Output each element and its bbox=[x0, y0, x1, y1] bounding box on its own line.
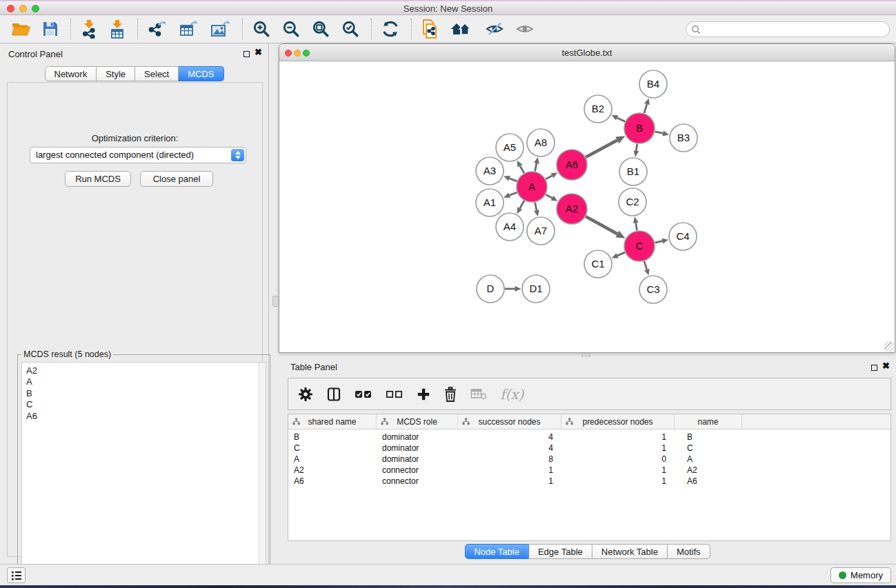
select-all-rows-button[interactable] bbox=[355, 389, 372, 399]
float-panel-icon[interactable] bbox=[243, 51, 250, 57]
open-session-button[interactable] bbox=[8, 17, 33, 41]
graph-node-C2[interactable]: C2 bbox=[619, 188, 646, 216]
tab-motifs[interactable]: Motifs bbox=[668, 544, 710, 559]
graph-node-A2[interactable]: A2 bbox=[557, 194, 587, 224]
graph-node-A4[interactable]: A4 bbox=[496, 213, 524, 241]
show-columns-button[interactable] bbox=[326, 387, 341, 402]
run-mcds-button[interactable]: Run MCDS bbox=[65, 171, 131, 187]
table-row[interactable]: A2connector11A2 bbox=[288, 465, 890, 476]
task-history-button[interactable] bbox=[7, 567, 26, 583]
graph-edge-A-A8[interactable] bbox=[535, 163, 537, 172]
graph-node-C3[interactable]: C3 bbox=[639, 276, 667, 303]
table-row[interactable]: Cdominator41C bbox=[288, 443, 890, 454]
close-table-panel-icon[interactable]: ✖ bbox=[882, 361, 890, 371]
zoom-fit-button[interactable] bbox=[309, 17, 332, 41]
column-header-shared-name[interactable]: shared name bbox=[288, 414, 377, 429]
graph-node-B3[interactable]: B3 bbox=[670, 124, 697, 152]
table-settings-button[interactable] bbox=[298, 387, 313, 402]
network-graph-canvas[interactable]: B4B2BB3A8A5A6A3B1AC2A1A2A4A7C4CC1C3DD1 bbox=[279, 62, 895, 353]
refresh-button[interactable] bbox=[379, 17, 402, 41]
tab-select[interactable]: Select bbox=[135, 66, 179, 81]
graph-edge-B-B3[interactable] bbox=[655, 132, 663, 134]
zoom-selected-button[interactable] bbox=[339, 17, 362, 41]
column-header-predecessor-nodes[interactable]: predecessor nodes bbox=[561, 414, 675, 429]
mcds-result-item[interactable]: B bbox=[22, 388, 266, 399]
graph-edge-B-B2[interactable] bbox=[617, 118, 626, 121]
float-table-panel-icon[interactable] bbox=[871, 365, 877, 371]
hide-selected-button[interactable] bbox=[482, 17, 507, 41]
tab-edge-table[interactable]: Edge Table bbox=[529, 544, 593, 559]
tab-network[interactable]: Network bbox=[44, 66, 97, 81]
graph-node-A6[interactable]: A6 bbox=[557, 150, 587, 180]
export-network-button[interactable] bbox=[145, 17, 170, 41]
graph-node-A8[interactable]: A8 bbox=[527, 129, 555, 156]
graph-edge-A-A3[interactable] bbox=[510, 179, 517, 181]
graph-edge-A-A7[interactable] bbox=[535, 203, 537, 211]
result-list-scrollbar[interactable] bbox=[259, 363, 266, 585]
search-field[interactable] bbox=[686, 21, 890, 37]
tab-mcds[interactable]: MCDS bbox=[179, 66, 223, 81]
graph-edge-C-C2[interactable] bbox=[636, 223, 637, 230]
graph-edge-C-C3[interactable] bbox=[644, 261, 647, 270]
graph-edge-A-A5[interactable] bbox=[520, 166, 524, 173]
graph-node-D1[interactable]: D1 bbox=[522, 275, 550, 303]
show-all-button[interactable] bbox=[513, 17, 537, 41]
graph-node-C1[interactable]: C1 bbox=[584, 250, 612, 278]
tab-node-table[interactable]: Node Table bbox=[464, 544, 529, 559]
graph-node-B1[interactable]: B1 bbox=[619, 158, 647, 185]
column-header-MCDS-role[interactable]: MCDS role bbox=[377, 414, 458, 429]
mcds-result-item[interactable]: A6 bbox=[22, 411, 266, 422]
import-network-button[interactable] bbox=[78, 17, 100, 41]
window-resize-grip[interactable] bbox=[884, 342, 894, 352]
graph-node-A7[interactable]: A7 bbox=[527, 217, 555, 245]
column-header-successor-nodes[interactable]: successor nodes bbox=[458, 414, 561, 429]
graph-node-B4[interactable]: B4 bbox=[639, 70, 667, 98]
graph-node-A5[interactable]: A5 bbox=[496, 134, 524, 161]
tab-style[interactable]: Style bbox=[97, 66, 135, 81]
graph-node-C4[interactable]: C4 bbox=[669, 223, 697, 250]
graph-edge-B-B4[interactable] bbox=[644, 104, 647, 113]
close-panel-button[interactable]: Close panel bbox=[140, 171, 213, 187]
save-session-button[interactable] bbox=[39, 17, 61, 41]
table-row[interactable]: Adominator80A bbox=[288, 454, 890, 465]
graph-edge-B-B1[interactable] bbox=[636, 144, 637, 151]
mcds-result-list[interactable]: A2ABCA6 bbox=[21, 362, 266, 585]
graph-node-B2[interactable]: B2 bbox=[584, 95, 612, 123]
network-window-titlebar[interactable]: testGlobe.txt bbox=[279, 44, 895, 61]
graph-node-D[interactable]: D bbox=[477, 275, 504, 303]
graph-edge-C-C4[interactable] bbox=[655, 241, 662, 243]
graph-edge-C-C1[interactable] bbox=[617, 252, 625, 256]
first-neighbors-button[interactable] bbox=[447, 17, 476, 41]
table-row[interactable]: A6connector11A6 bbox=[288, 476, 890, 487]
export-image-button[interactable] bbox=[207, 17, 233, 41]
delete-column-button[interactable] bbox=[444, 387, 457, 402]
criterion-dropdown[interactable]: largest connected component (directed) bbox=[30, 147, 246, 163]
graph-edge-A-A4[interactable] bbox=[520, 201, 524, 208]
close-panel-icon[interactable]: ✖ bbox=[255, 47, 262, 57]
import-table-button[interactable] bbox=[106, 17, 128, 41]
memory-button[interactable]: Memory bbox=[830, 567, 891, 583]
graph-edge-A-A2[interactable] bbox=[546, 194, 552, 198]
column-header-name[interactable]: name bbox=[675, 414, 742, 429]
graph-node-A3[interactable]: A3 bbox=[476, 157, 504, 185]
graph-node-B[interactable]: B bbox=[624, 113, 655, 143]
mcds-result-item[interactable]: A2 bbox=[22, 365, 266, 376]
mcds-result-item[interactable]: A bbox=[22, 376, 266, 387]
graph-node-C[interactable]: C bbox=[624, 231, 655, 261]
graph-node-A1[interactable]: A1 bbox=[476, 189, 504, 216]
deselect-all-rows-button[interactable] bbox=[386, 389, 404, 399]
graph-edge-A2-C[interactable] bbox=[586, 216, 617, 234]
search-input[interactable] bbox=[704, 24, 889, 34]
graph-edge-A-A1[interactable] bbox=[510, 192, 517, 195]
vertical-scrollbar-thumb[interactable] bbox=[272, 296, 279, 307]
export-table-button[interactable] bbox=[176, 17, 201, 41]
new-network-from-selection-button[interactable] bbox=[419, 17, 441, 41]
zoom-out-button[interactable] bbox=[279, 17, 303, 41]
mcds-result-item[interactable]: C bbox=[22, 399, 266, 410]
graph-edge-A6-B[interactable] bbox=[586, 140, 617, 157]
tab-network-table[interactable]: Network Table bbox=[593, 544, 668, 559]
graph-node-A[interactable]: A bbox=[517, 172, 547, 202]
zoom-in-button[interactable] bbox=[250, 17, 273, 41]
graph-edge-A-A6[interactable] bbox=[546, 176, 552, 179]
table-row[interactable]: Bdominator41B bbox=[288, 432, 890, 443]
